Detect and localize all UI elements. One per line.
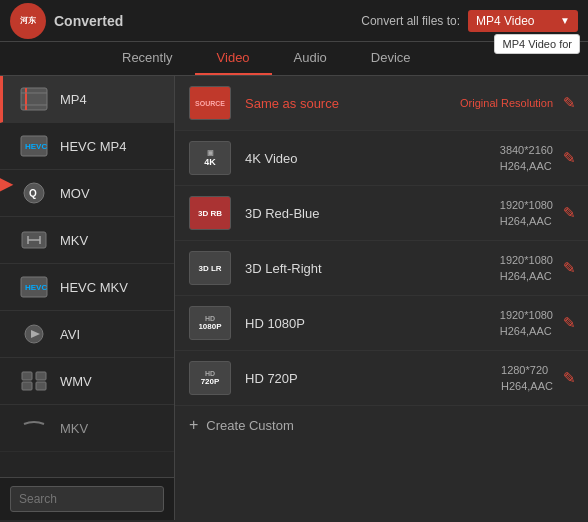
header-right: Convert all files to: MP4 Video ▼	[361, 10, 578, 32]
dropdown-arrow-icon: ▼	[560, 15, 570, 26]
format-icon-hd-1080p: HD 1080P	[187, 304, 233, 342]
sidebar-items-list: MP4 HEVC HEVC MP4 Q	[0, 76, 174, 477]
tab-device[interactable]: Device	[349, 42, 433, 75]
format-desc-3drb-line2: H264,AAC	[500, 213, 553, 230]
sidebar-item-wmv[interactable]: WMV	[0, 358, 174, 405]
mkv2-icon	[18, 414, 50, 442]
tooltip: MP4 Video for	[494, 34, 580, 54]
logo-text: 河东	[20, 15, 36, 26]
format-edit-same-as-source[interactable]: ✎	[563, 94, 576, 112]
format-edit-3d-red-blue[interactable]: ✎	[563, 204, 576, 222]
format-desc-hd-720p: 1280*720 H264,AAC	[501, 362, 553, 395]
tab-video[interactable]: Video	[195, 42, 272, 75]
mp4-icon	[18, 85, 50, 113]
hevc-mkv-icon: HEVC	[18, 273, 50, 301]
format-edit-hd-720p[interactable]: ✎	[563, 369, 576, 387]
main-content: ▶ MP4 HEVC	[0, 76, 588, 520]
convert-all-dropdown[interactable]: MP4 Video ▼	[468, 10, 578, 32]
search-input[interactable]	[10, 486, 164, 512]
format-desc-3dlr-line1: 1920*1080	[500, 252, 553, 269]
format-desc-3d-red-blue: 1920*1080 H264,AAC	[500, 197, 553, 230]
avi-icon	[18, 320, 50, 348]
sidebar-item-hevc-mkv[interactable]: HEVC HEVC MKV	[0, 264, 174, 311]
format-item-4k[interactable]: ▣ 4K 4K Video 3840*2160 H264,AAC ✎	[175, 131, 588, 186]
format-desc-1080p-line1: 1920*1080	[500, 307, 553, 324]
sidebar-item-mp4[interactable]: MP4	[0, 76, 174, 123]
plus-icon: +	[189, 416, 198, 434]
sidebar-item-mkv2[interactable]: MKV	[0, 405, 174, 452]
format-desc-3drb-line1: 1920*1080	[500, 197, 553, 214]
format-desc-3dlr-line2: H264,AAC	[500, 268, 553, 285]
format-desc-3d-left-right: 1920*1080 H264,AAC	[500, 252, 553, 285]
convert-all-value: MP4 Video	[476, 14, 534, 28]
format-desc-4k: 3840*2160 H264,AAC	[500, 142, 553, 175]
svg-text:HEVC: HEVC	[25, 142, 47, 151]
svg-rect-15	[36, 372, 46, 380]
mov-icon: Q	[18, 179, 50, 207]
format-desc-same-as-source: Original Resolution	[460, 95, 553, 112]
format-item-same-as-source[interactable]: SOURCE Same as source Original Resolutio…	[175, 76, 588, 131]
tab-audio[interactable]: Audio	[272, 42, 349, 75]
format-desc-720p-line2: H264,AAC	[501, 378, 553, 395]
svg-text:HEVC: HEVC	[25, 283, 47, 292]
svg-rect-16	[22, 382, 32, 390]
tab-recently[interactable]: Recently	[100, 42, 195, 75]
sidebar-search-container	[0, 477, 174, 520]
right-panel: SOURCE Same as source Original Resolutio…	[175, 76, 588, 520]
create-custom-button[interactable]: + Create Custom	[175, 406, 588, 444]
sidebar-item-mp4-label: MP4	[60, 92, 87, 107]
format-item-hd-1080p[interactable]: HD 1080P HD 1080P 1920*1080 H264,AAC ✎	[175, 296, 588, 351]
format-desc-4k-line1: 3840*2160	[500, 142, 553, 159]
format-icon-same-as-source: SOURCE	[187, 84, 233, 122]
format-icon-3d-left-right: 3D LR	[187, 249, 233, 287]
sidebar-item-mov[interactable]: Q MOV	[0, 170, 174, 217]
sidebar-item-hevc-mp4-label: HEVC MP4	[60, 139, 126, 154]
sidebar-item-hevc-mp4[interactable]: HEVC HEVC MP4	[0, 123, 174, 170]
format-desc-4k-line2: H264,AAC	[500, 158, 553, 175]
header-title: Converted	[54, 13, 123, 29]
mkv-icon	[18, 226, 50, 254]
format-name-hd-1080p: HD 1080P	[245, 316, 355, 331]
format-item-3d-left-right[interactable]: 3D LR 3D Left-Right 1920*1080 H264,AAC ✎	[175, 241, 588, 296]
format-icon-4k: ▣ 4K	[187, 139, 233, 177]
format-desc-720p-line1: 1280*720	[501, 362, 553, 379]
format-name-hd-720p: HD 720P	[245, 371, 355, 386]
format-edit-hd-1080p[interactable]: ✎	[563, 314, 576, 332]
format-name-3d-red-blue: 3D Red-Blue	[245, 206, 355, 221]
sidebar-item-hevc-mkv-label: HEVC MKV	[60, 280, 128, 295]
create-custom-label: Create Custom	[206, 418, 293, 433]
format-desc-hd-1080p: 1920*1080 H264,AAC	[500, 307, 553, 340]
sidebar-item-mov-label: MOV	[60, 186, 90, 201]
format-name-4k: 4K Video	[245, 151, 355, 166]
sidebar: ▶ MP4 HEVC	[0, 76, 175, 520]
sidebar-item-mkv-label: MKV	[60, 233, 88, 248]
format-edit-4k[interactable]: ✎	[563, 149, 576, 167]
sidebar-item-avi[interactable]: AVI	[0, 311, 174, 358]
sidebar-item-mkv[interactable]: MKV	[0, 217, 174, 264]
svg-rect-0	[21, 88, 47, 110]
svg-text:Q: Q	[29, 188, 37, 199]
format-desc-1080p-line2: H264,AAC	[500, 323, 553, 340]
svg-rect-14	[22, 372, 32, 380]
format-icon-3d-red-blue: 3D RB	[187, 194, 233, 232]
convert-all-label: Convert all files to:	[361, 14, 460, 28]
hevc-mp4-icon: HEVC	[18, 132, 50, 160]
format-name-same-as-source: Same as source	[245, 96, 355, 111]
format-name-3d-left-right: 3D Left-Right	[245, 261, 355, 276]
sidebar-item-avi-label: AVI	[60, 327, 80, 342]
sidebar-item-mkv2-label: MKV	[60, 421, 88, 436]
svg-rect-17	[36, 382, 46, 390]
format-item-3d-red-blue[interactable]: 3D RB 3D Red-Blue 1920*1080 H264,AAC ✎	[175, 186, 588, 241]
wmv-icon	[18, 367, 50, 395]
format-edit-3d-left-right[interactable]: ✎	[563, 259, 576, 277]
format-list: SOURCE Same as source Original Resolutio…	[175, 76, 588, 444]
sidebar-item-wmv-label: WMV	[60, 374, 92, 389]
app-logo: 河东	[10, 3, 46, 39]
sidebar-active-arrow: ▶	[0, 171, 13, 195]
format-item-hd-720p[interactable]: HD 720P HD 720P 1280*720 H264,AAC ✎	[175, 351, 588, 406]
format-icon-hd-720p: HD 720P	[187, 359, 233, 397]
